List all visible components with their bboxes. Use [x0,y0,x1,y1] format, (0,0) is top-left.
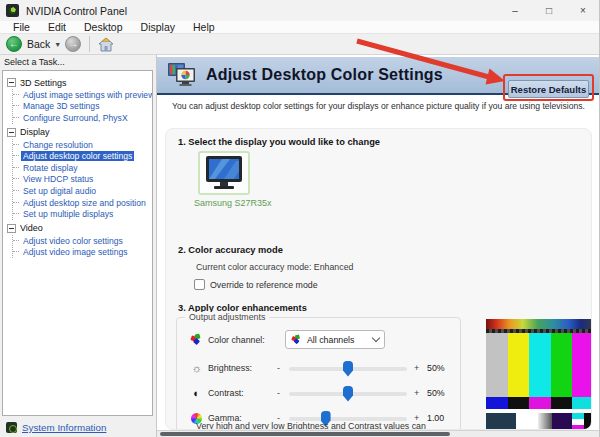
tree-group-header[interactable]: Video [7,222,152,235]
home-icon[interactable] [98,37,114,52]
override-reference-checkbox[interactable] [194,279,205,290]
output-adjustments-group: Output adjustments Color channel: All ch… [176,317,461,430]
brightness-label: Brightness: [208,363,252,373]
pluge-row [486,413,592,430]
sidebar-item[interactable]: View HDCP status [13,174,152,186]
menu-edit[interactable]: Edit [39,21,75,33]
sidebar-item[interactable]: Set up multiple displays [13,208,152,220]
contrast-row: ◐ Contrast: - + 50% [177,383,462,403]
contrast-value: 50% [427,388,445,398]
menu-help[interactable]: Help [184,21,224,33]
page-title: Adjust Desktop Color Settings [206,66,443,84]
color-channel-icon [190,334,203,347]
output-adjustments-label: Output adjustments [185,312,269,322]
brightness-plus: + [414,363,419,373]
settings-panel: 1. Select the display you would like to … [165,128,592,430]
sidebar-item[interactable]: Rotate display [13,162,152,174]
tree-children: Change resolutionAdjust desktop color se… [12,139,152,220]
tree-group-label: Video [20,223,43,233]
main-content: Adjust Desktop Color Settings Restore De… [157,55,600,437]
menu-desktop[interactable]: Desktop [75,21,132,33]
contrast-slider[interactable] [289,392,407,396]
brightness-minus: - [277,363,280,373]
maximize-button[interactable]: □ [532,0,566,21]
collapse-icon[interactable] [7,128,16,137]
contrast-slider-thumb[interactable] [343,386,353,402]
gamma-value: 1.00 [427,413,444,423]
system-information-icon [6,422,17,433]
system-information-link[interactable]: System Information [22,422,106,433]
sidebar-item[interactable]: Adjust video image settings [13,247,152,259]
page-description: You can adjust desktop color settings fo… [157,101,600,111]
sidebar-item[interactable]: Set up digital audio [13,185,152,197]
desktop-color-settings-icon [167,62,197,88]
navigation-toolbar: ← Back ▼ → [0,34,600,55]
horizontal-scrollbar[interactable] [157,430,600,437]
section2-heading: 2. Color accuracy mode [178,245,283,255]
sidebar-item[interactable]: Adjust desktop color settings [13,150,152,162]
rainbow-gradient-strip [486,319,592,329]
gamma-slider[interactable] [289,417,407,421]
color-channel-value: All channels [307,335,373,345]
color-bars [486,333,592,397]
nvidia-control-panel-window: NVIDIA Control Panel – □ × File Edit Des… [0,0,600,437]
brightness-slider[interactable] [289,367,407,371]
contrast-label: Contrast: [208,388,244,398]
sidebar-item[interactable]: Adjust video color settings [13,235,152,247]
sidebar-item[interactable]: Manage 3D settings [13,101,152,113]
tree-group-header[interactable]: Display [7,126,152,139]
restore-defaults-button[interactable]: Restore Defaults [508,80,589,98]
current-accuracy-mode-text: Current color accuracy mode: Enhanced [196,262,353,272]
tree-children: Adjust image settings with previewManage… [12,89,152,124]
collapse-icon[interactable] [7,224,16,233]
task-sidebar: Select a Task... 3D SettingsAdjust image… [0,55,157,437]
task-tree: 3D SettingsAdjust image settings with pr… [2,70,153,416]
display-tile[interactable] [198,151,250,195]
color-channel-select[interactable]: All channels [285,330,385,349]
sidebar-item[interactable]: Adjust image settings with preview [13,89,152,101]
close-button[interactable]: × [566,0,600,21]
color-channel-label: Color channel: [208,335,265,345]
color-test-pattern-image [486,319,592,430]
section1-heading: 1. Select the display you would like to … [178,137,380,147]
contrast-icon: ◐ [190,387,203,400]
minimize-button[interactable]: – [498,0,532,21]
tree-group-label: 3D Settings [20,78,67,88]
tree-children: Adjust video color settingsAdjust video … [12,235,152,258]
menu-file[interactable]: File [4,21,39,33]
forward-button[interactable]: → [65,36,81,52]
system-information-row[interactable]: System Information [6,422,106,433]
tree-group-header[interactable]: 3D Settings [7,76,152,89]
horizontal-scrollbar-thumb[interactable] [160,432,450,436]
title-bar: NVIDIA Control Panel – □ × [0,0,600,21]
contrast-minus: - [277,388,280,398]
small-color-bars [486,397,592,409]
collapse-icon[interactable] [7,78,16,87]
window-title: NVIDIA Control Panel [26,5,127,17]
override-reference-label[interactable]: Override to reference mode [210,280,318,290]
menu-display[interactable]: Display [132,21,184,33]
display-name-label: Samsung S27R35x [194,198,272,208]
rgb-channels-icon [292,334,302,344]
page-header: Adjust Desktop Color Settings Restore De… [157,57,600,95]
brightness-row: ☼ Brightness: - + 50% [177,358,462,378]
brightness-contrast-note: Very high and very low Brightness and Co… [196,421,426,430]
back-button[interactable]: ← [6,36,22,52]
sidebar-header: Select a Task... [4,57,65,67]
sidebar-item[interactable]: Adjust desktop size and position [13,197,152,209]
contrast-plus: + [414,388,419,398]
sidebar-item[interactable]: Configure Surround, PhysX [13,112,152,124]
brightness-icon: ☼ [190,362,203,375]
back-button-label[interactable]: Back [27,38,50,50]
menu-bar: File Edit Desktop Display Help [0,21,600,34]
tree-group-label: Display [20,127,50,137]
back-dropdown-icon[interactable]: ▼ [54,41,61,48]
brightness-slider-thumb[interactable] [343,361,353,377]
monitor-icon [202,155,246,192]
nvidia-logo-icon [6,4,19,17]
color-channel-row: Color channel: All channels [177,330,462,350]
sidebar-item[interactable]: Change resolution [13,139,152,151]
chevron-down-icon [372,334,380,342]
toolbar-separator [89,36,90,52]
brightness-value: 50% [427,363,445,373]
